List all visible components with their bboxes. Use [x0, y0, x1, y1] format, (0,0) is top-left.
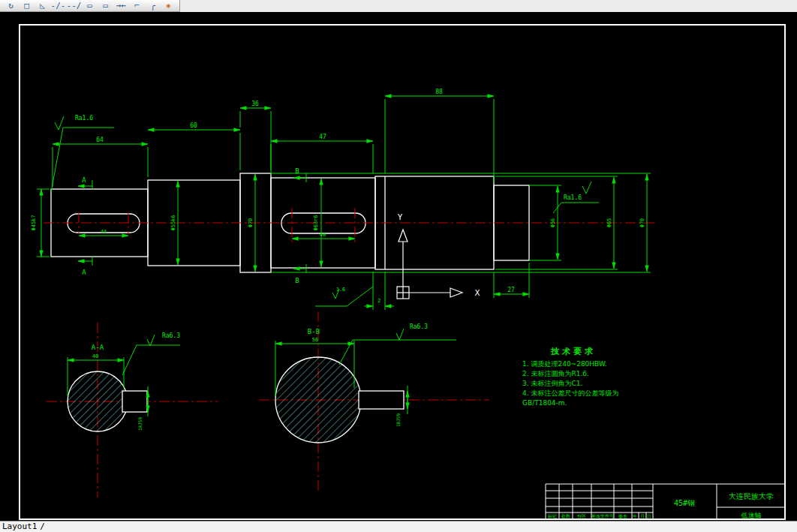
section-a-circle[interactable]: [68, 371, 128, 431]
dim-label: Φ70: [248, 218, 254, 228]
tech-requirements-title: 技术要求: [551, 347, 665, 356]
surface-finish-label: 1.6: [336, 287, 346, 293]
dim-label: 36: [251, 101, 259, 107]
fillet-icon[interactable]: ╭: [145, 1, 161, 11]
toolbar-strip: ↻□◺-∕---∕▭▭→←⌐╭✳: [0, 0, 797, 13]
dim-label: 88: [435, 89, 443, 95]
section-a-a[interactable]: [68, 371, 147, 431]
tech-requirements: 技术要求 1. 调质处理240~280HBW.2. 未标注圆角为R1.6.3. …: [522, 347, 665, 408]
dimension-labels: 64603647882724440Ra1.6Ra1.61.6Φ45k7Φ55k6…: [31, 89, 774, 519]
dim-label: 64: [96, 137, 104, 143]
dim-label: 14JS9: [137, 417, 143, 431]
section-title-label: B-B: [308, 328, 320, 335]
ucs-y-label: Y: [398, 212, 403, 222]
status-bar: Layout1/: [0, 521, 797, 532]
dim-label: Φ45k7: [31, 215, 37, 230]
dim-label: Φ70: [639, 218, 645, 228]
layout-tab-separator: /: [40, 521, 45, 531]
dim-label: Φ65: [606, 218, 612, 228]
section-a-keyway[interactable]: [122, 391, 147, 412]
section-b-keyway[interactable]: [359, 391, 404, 409]
ucs-icon: [397, 230, 462, 299]
dim-label: 40: [320, 232, 326, 238]
rectangle-icon[interactable]: ▭: [82, 1, 98, 11]
dim-label: 56: [312, 337, 318, 343]
tech-requirement-item: 1. 调质处理240~280HBW.: [522, 359, 665, 369]
section-mark-label: A: [82, 176, 86, 184]
titleblock-col-label: 月: [640, 513, 645, 519]
tech-requirement-item: 3. 未标注倒角为C1.: [522, 379, 665, 389]
rotate-icon[interactable]: ↻: [3, 1, 19, 11]
drawing-area[interactable]: 64603647882724440Ra1.6Ra1.61.6Φ45k7Φ55k6…: [0, 12, 797, 521]
dim-label: 2: [377, 298, 380, 304]
tech-requirement-item: 4. 未标注公差尺寸的公差等级为: [522, 389, 665, 398]
ucs-y-arrowhead: [398, 230, 408, 242]
ucs-x-label: X: [475, 288, 480, 298]
titleblock-col-label: 日: [647, 513, 651, 519]
dim-label: 60: [190, 122, 197, 129]
dim-label: 47: [319, 134, 326, 140]
mirror-icon[interactable]: ◺: [35, 1, 50, 11]
surface-finish-symbols: [51, 116, 599, 375]
titleblock-col-label: 分区: [577, 513, 586, 518]
tech-requirement-item: GB/T1804-m.: [522, 398, 665, 408]
chamfer-icon[interactable]: ⌐: [129, 1, 145, 11]
titleblock-col-label: 年: [633, 513, 637, 518]
tech-requirements-list: 1. 调质处理240~280HBW.2. 未标注圆角为R1.6.3. 未标注倒角…: [522, 359, 665, 408]
cad-canvas[interactable]: 64603647882724440Ra1.6Ra1.61.6Φ45k7Φ55k6…: [0, 12, 797, 521]
rectangle-icon-2[interactable]: ▭: [98, 1, 113, 11]
tech-requirement-item: 2. 未标注圆角为R1.6.: [522, 369, 665, 379]
section-mark-label: B: [295, 277, 299, 284]
part-name-label: 低速轴: [741, 512, 762, 519]
dim-label: Φ55k6: [170, 215, 176, 230]
dim-label: Φ63r6: [313, 215, 319, 230]
material-label: 45#钢: [674, 499, 695, 507]
surface-finish-label: Ra1.6: [564, 194, 582, 201]
dim-label: 27: [507, 287, 515, 293]
layout-tab[interactable]: Layout1: [2, 521, 37, 531]
trim-icon[interactable]: -∕-: [50, 1, 66, 11]
scale-icon[interactable]: □: [19, 1, 35, 11]
titleblock-col-label: 处数: [561, 513, 570, 519]
surface-finish-label: Ra6.3: [410, 323, 428, 330]
section-b-circle[interactable]: [275, 357, 361, 443]
titleblock-col-label: 签名: [618, 513, 627, 519]
section-title-label: A-A: [92, 344, 104, 351]
cad-application-window: ↻□◺-∕---∕▭▭→←⌐╭✳: [0, 0, 797, 532]
section-mark-label: A: [82, 269, 86, 276]
surface-finish-label: Ra6.3: [162, 332, 180, 339]
explode-icon[interactable]: ✳: [161, 1, 176, 11]
university-label: 大连民族大学: [729, 492, 774, 500]
ucs-x-arrowhead: [450, 288, 462, 297]
dim-label: 44: [101, 229, 107, 235]
dim-label: Φ56: [550, 218, 556, 228]
surface-finish-label: Ra1.6: [75, 115, 93, 122]
section-mark-label: B: [295, 167, 299, 175]
toolbar: ↻□◺-∕---∕▭▭→←⌐╭✳: [0, 0, 180, 12]
shaft-segment[interactable]: [271, 178, 375, 268]
dim-label: 18JS9: [395, 413, 401, 427]
break-icon[interactable]: →←: [113, 1, 129, 11]
titleblock-col-label: 标记: [547, 513, 557, 519]
section-b-b[interactable]: [275, 357, 404, 443]
titleblock-col-label: 更改文件号: [591, 513, 614, 518]
extend-icon[interactable]: --∕: [66, 1, 82, 11]
dim-label: 40: [92, 353, 98, 359]
